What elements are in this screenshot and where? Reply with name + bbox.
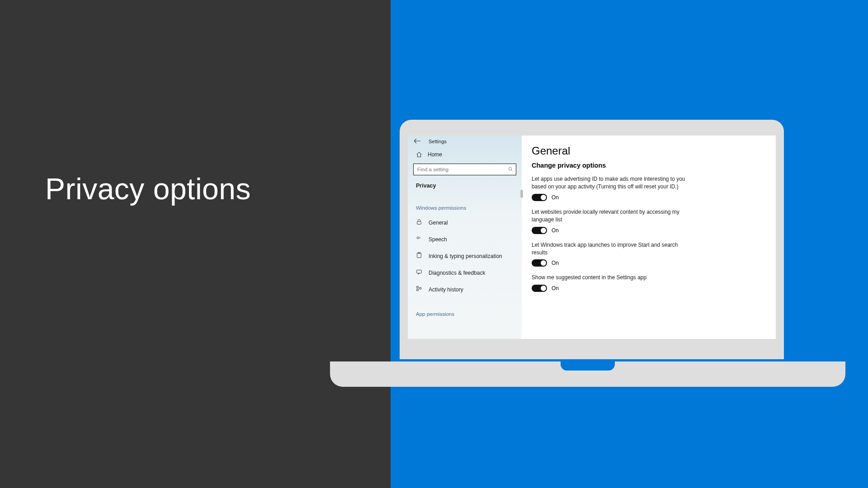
svg-point-0	[509, 167, 511, 170]
sidebar-item-label: Speech	[429, 236, 447, 243]
sidebar-item-speech[interactable]: Speech	[408, 231, 522, 248]
sidebar-item-activity[interactable]: Activity history	[408, 281, 522, 298]
clipboard-icon	[416, 252, 422, 260]
sidebar-item-diagnostics[interactable]: Diagnostics & feedback	[408, 264, 522, 281]
home-icon	[416, 151, 422, 158]
laptop-notch	[561, 361, 615, 371]
toggle-state: On	[552, 285, 559, 291]
back-button[interactable]	[414, 138, 420, 145]
scrollbar[interactable]	[520, 190, 523, 198]
sidebar-item-label: Activity history	[429, 286, 463, 293]
page-title: General	[532, 145, 766, 157]
toggle-advertising-id[interactable]	[532, 194, 547, 201]
settings-content: General Change privacy options Let apps …	[522, 136, 776, 339]
settings-header: Settings	[408, 136, 522, 147]
option-label: Show me suggested content in the Setting…	[532, 274, 694, 282]
settings-window: Settings Home Privacy Windows permission…	[408, 136, 776, 339]
settings-sidebar: Settings Home Privacy Windows permission…	[408, 136, 522, 339]
option-label: Let websites provide locally relevant co…	[532, 208, 694, 224]
svg-rect-8	[417, 289, 419, 291]
svg-rect-9	[420, 287, 421, 289]
svg-rect-7	[417, 286, 419, 288]
toggle-app-launches[interactable]	[532, 259, 547, 267]
sidebar-group-windows-permissions: Windows permissions	[408, 193, 522, 214]
sidebar-item-general[interactable]: General	[408, 214, 522, 231]
privacy-option: Let Windows track app launches to improv…	[532, 241, 766, 267]
sidebar-item-label: General	[429, 220, 448, 226]
sidebar-item-home[interactable]: Home	[408, 147, 522, 162]
sidebar-group-app-permissions: App permissions	[408, 298, 522, 320]
settings-app-title: Settings	[429, 139, 447, 144]
page-subtitle: Change privacy options	[532, 162, 766, 169]
svg-point-3	[417, 237, 419, 239]
option-label: Let Windows track app launches to improv…	[532, 241, 694, 257]
privacy-option: Let websites provide locally relevant co…	[532, 208, 766, 234]
feedback-icon	[416, 269, 422, 277]
laptop-base	[330, 361, 845, 387]
speech-icon	[416, 235, 422, 243]
option-label: Let apps use advertising ID to make ads …	[532, 175, 694, 191]
privacy-option: Show me suggested content in the Setting…	[532, 274, 766, 291]
toggle-suggested-content[interactable]	[532, 285, 547, 292]
slide-stage: Privacy options Settings Home	[0, 0, 868, 488]
search-icon	[508, 167, 513, 173]
sidebar-item-label: Home	[428, 151, 442, 158]
sidebar-item-label: Inking & typing personalization	[429, 253, 502, 259]
slide-left-panel: Privacy options	[0, 0, 391, 488]
slide-title: Privacy options	[45, 172, 251, 206]
svg-line-1	[511, 169, 513, 171]
timeline-icon	[416, 286, 422, 293]
search-input[interactable]	[417, 167, 508, 172]
svg-rect-6	[417, 270, 422, 273]
toggle-state: On	[552, 260, 559, 266]
sidebar-item-label: Diagnostics & feedback	[429, 270, 485, 276]
sidebar-current-section: Privacy	[408, 179, 522, 193]
search-input-container[interactable]	[413, 164, 516, 175]
privacy-option: Let apps use advertising ID to make ads …	[532, 175, 766, 201]
lock-icon	[416, 219, 422, 226]
sidebar-item-inking[interactable]: Inking & typing personalization	[408, 248, 522, 264]
toggle-state: On	[552, 194, 559, 201]
toggle-state: On	[552, 227, 559, 234]
toggle-language-list[interactable]	[532, 227, 547, 234]
svg-rect-2	[417, 221, 421, 224]
